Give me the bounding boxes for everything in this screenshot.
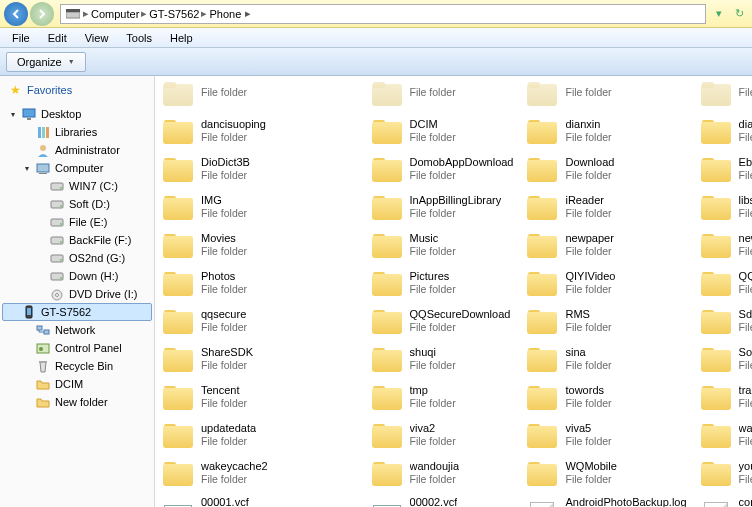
folder-item[interactable]: File folder	[519, 76, 692, 114]
tree-item[interactable]: File (E:)	[2, 213, 152, 231]
menu-tools[interactable]: Tools	[118, 30, 160, 46]
svg-rect-9	[39, 173, 47, 174]
tree-item[interactable]: GT-S7562	[2, 303, 152, 321]
item-name: dianxinos	[739, 118, 752, 132]
organize-label: Organize	[17, 56, 62, 68]
forward-button[interactable]	[30, 2, 54, 26]
folder-item[interactable]: ShareSDKFile folder	[155, 342, 364, 380]
folder-item[interactable]: File folder	[364, 76, 520, 114]
folder-item[interactable]: wakeycacheFile folder	[693, 418, 752, 456]
folder-item[interactable]: File folder	[155, 76, 364, 114]
folder-item[interactable]: SdkFile folder	[693, 304, 752, 342]
folder-item[interactable]: qqsecureFile folder	[155, 304, 364, 342]
tree-item[interactable]: ▾Desktop	[2, 105, 152, 123]
collapse-icon[interactable]: ▾	[8, 110, 17, 119]
folder-item[interactable]: InAppBillingLibraryFile folder	[364, 190, 520, 228]
content-pane[interactable]: File folderFile folderFile folderFile fo…	[155, 76, 752, 507]
folder-item[interactable]: youkuFile folder	[693, 456, 752, 494]
folder-icon	[525, 382, 559, 412]
breadcrumb-part[interactable]: GT-S7562	[149, 8, 199, 20]
tree-item[interactable]: Network	[2, 321, 152, 339]
folder-item[interactable]: EbookFile folder	[693, 152, 752, 190]
folder-icon	[525, 268, 559, 298]
menu-file[interactable]: File	[4, 30, 38, 46]
item-name: Photos	[201, 270, 247, 284]
collapse-icon[interactable]: ▾	[22, 164, 31, 173]
breadcrumb-part[interactable]: Phone	[209, 8, 241, 20]
folder-item[interactable]: newpapertempFile folder	[693, 228, 752, 266]
folder-item[interactable]: tracesFile folder	[693, 380, 752, 418]
folder-item[interactable]: DownloadFile folder	[519, 152, 692, 190]
item-name: iReader	[565, 194, 611, 208]
folder-item[interactable]: dianxinosFile folder	[693, 114, 752, 152]
folder-item[interactable]: shuqiFile folder	[364, 342, 520, 380]
folder-item[interactable]: MoviesFile folder	[155, 228, 364, 266]
breadcrumb[interactable]: ▸ Computer ▸ GT-S7562 ▸ Phone ▸	[60, 4, 706, 24]
file-item[interactable]: AndroidPhotoBackup.logText Document420 b…	[519, 494, 692, 507]
tree-item[interactable]: DVD Drive (I:)	[2, 285, 152, 303]
tree-item[interactable]: WIN7 (C:)	[2, 177, 152, 195]
tree-item[interactable]: Libraries	[2, 123, 152, 141]
folder-item[interactable]: PhotosFile folder	[155, 266, 364, 304]
folder-item[interactable]: towordsFile folder	[519, 380, 692, 418]
tree-item[interactable]: Soft (D:)	[2, 195, 152, 213]
chevron-down-icon[interactable]: ▸	[245, 7, 251, 20]
organize-button[interactable]: Organize ▼	[6, 52, 86, 72]
tree-item[interactable]: Down (H:)	[2, 267, 152, 285]
svg-rect-2	[23, 109, 35, 117]
tree-item[interactable]: BackFile (F:)	[2, 231, 152, 249]
folder-item[interactable]: DCIMFile folder	[364, 114, 520, 152]
file-item[interactable]: 00001.vcfVCard file82.0 KB	[155, 494, 364, 507]
breadcrumb-part[interactable]: Computer	[91, 8, 139, 20]
folder-item[interactable]: tmpFile folder	[364, 380, 520, 418]
folder-item[interactable]: IMGFile folder	[155, 190, 364, 228]
folder-icon	[370, 78, 404, 108]
folder-item[interactable]: TencentFile folder	[155, 380, 364, 418]
folder-item[interactable]: RMSFile folder	[519, 304, 692, 342]
tree-item[interactable]: DCIM	[2, 375, 152, 393]
file-item[interactable]: com.autonavi.minimap_0.logText Document0…	[693, 494, 752, 507]
menu-help[interactable]: Help	[162, 30, 201, 46]
file-item[interactable]: 00002.vcfVCard file8.42 KB	[364, 494, 520, 507]
folder-item[interactable]: MusicFile folder	[364, 228, 520, 266]
folder-item[interactable]: viva2File folder	[364, 418, 520, 456]
folder-item[interactable]: QIYIVideoFile folder	[519, 266, 692, 304]
tree-item[interactable]: Administrator	[2, 141, 152, 159]
folder-item[interactable]: updatedataFile folder	[155, 418, 364, 456]
folder-item[interactable]: QQSecureDownloadFile folder	[364, 304, 520, 342]
folder-item[interactable]: sinaFile folder	[519, 342, 692, 380]
refresh-icon[interactable]: ↻	[730, 5, 748, 23]
tree-item-label: File (E:)	[69, 216, 108, 228]
dropdown-icon[interactable]: ▾	[710, 5, 728, 23]
tree-item-label: WIN7 (C:)	[69, 180, 118, 192]
folder-item[interactable]: libsFile folder	[693, 190, 752, 228]
folder-item[interactable]: DioDict3BFile folder	[155, 152, 364, 190]
item-name: 00001.vcf	[201, 496, 249, 507]
folder-item[interactable]: newpaperFile folder	[519, 228, 692, 266]
folder-item[interactable]: File folder	[693, 76, 752, 114]
folder-item[interactable]: viva5File folder	[519, 418, 692, 456]
folder-item[interactable]: iReaderFile folder	[519, 190, 692, 228]
folder-item[interactable]: dancisuopingFile folder	[155, 114, 364, 152]
tree-item[interactable]: Recycle Bin	[2, 357, 152, 375]
folder-item[interactable]: QQBrowserFile folder	[693, 266, 752, 304]
folder-item[interactable]: PicturesFile folder	[364, 266, 520, 304]
tree-item[interactable]: New folder	[2, 393, 152, 411]
tree-item[interactable]: ▾Computer	[2, 159, 152, 177]
svg-rect-8	[37, 164, 49, 172]
folder-item[interactable]: WQMobileFile folder	[519, 456, 692, 494]
folder-item[interactable]: DomobAppDownloadFile folder	[364, 152, 520, 190]
folder-item[interactable]: dianxinFile folder	[519, 114, 692, 152]
menu-view[interactable]: View	[77, 30, 117, 46]
back-button[interactable]	[4, 2, 28, 26]
favorites-header[interactable]: ★ Favorites	[2, 80, 152, 103]
folder-icon	[35, 376, 51, 392]
menu-edit[interactable]: Edit	[40, 30, 75, 46]
folder-item[interactable]: wandoujiaFile folder	[364, 456, 520, 494]
tree-item[interactable]: OS2nd (G:)	[2, 249, 152, 267]
folder-item[interactable]: SoundsFile folder	[693, 342, 752, 380]
tree-item[interactable]: Control Panel	[2, 339, 152, 357]
folder-item[interactable]: wakeycache2File folder	[155, 456, 364, 494]
folder-icon	[525, 154, 559, 184]
folder-icon	[525, 116, 559, 146]
